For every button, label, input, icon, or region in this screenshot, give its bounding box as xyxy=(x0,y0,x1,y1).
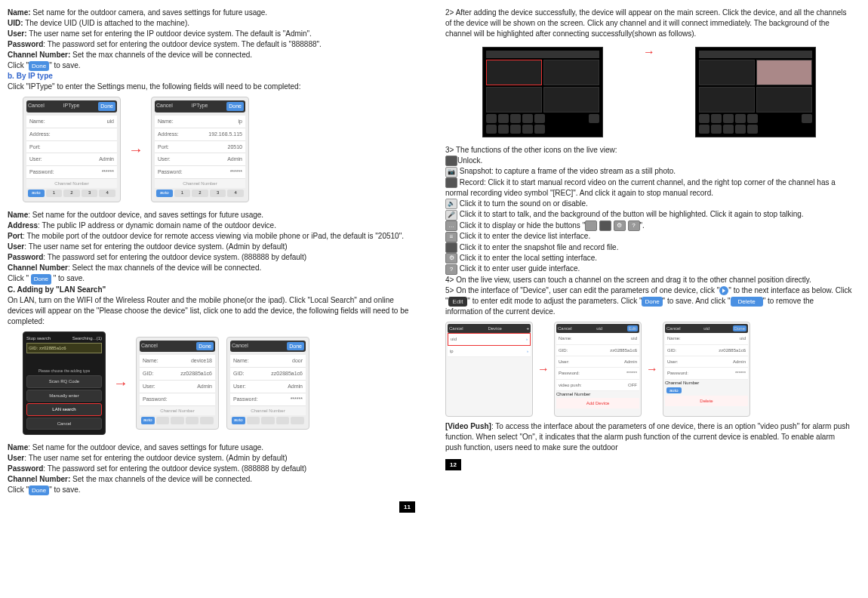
para-2: 2> After adding the device successfully,… xyxy=(445,8,853,39)
para-click-save: Click "Done" to save. xyxy=(8,60,415,71)
lan-screenshots: Stop searchSearching...(1) GID: zz02885a… xyxy=(23,331,415,435)
lan-panel-3: CancelDone Name:door GID:zz02885a1c6 Use… xyxy=(226,337,309,430)
para-user2: User: The user name set for entering the… xyxy=(8,242,415,252)
device-list-panel: CancelDevice+ uid› ip› xyxy=(445,322,533,417)
mic-icon: 🎤 xyxy=(445,210,457,220)
para-user: User: The user name set for entering the… xyxy=(8,29,415,39)
unlock-line: Unlock. xyxy=(445,156,853,166)
help-icon: ? xyxy=(445,264,457,275)
done-icon: Done xyxy=(31,274,51,284)
page-number-11: 11 xyxy=(399,501,415,513)
page-11: Name: Set name for the outdoor camera, a… xyxy=(8,8,415,513)
edit-icon: Edit xyxy=(448,297,468,307)
para-uid: UID: The device UID (UID is attached to … xyxy=(8,18,415,29)
para-channel: Channel Number: Set the max channels of … xyxy=(8,50,415,60)
list-icon xyxy=(585,220,597,231)
para-video-push: [Video Push]: To access the interface ab… xyxy=(445,421,853,453)
para-lan-intro: On LAN, turn on the WIFI of the Wireless… xyxy=(8,295,415,327)
para-channel3: Channel Number: Set the max channels of … xyxy=(8,474,415,485)
para-password2: Password: The password set for entering … xyxy=(8,252,415,263)
para-channel2: Channel Number: Select the max channels … xyxy=(8,263,415,273)
more-icon: … xyxy=(445,220,457,231)
para-click-save2: Click " Done " to save. xyxy=(8,273,415,284)
sound-icon: 🔈 xyxy=(445,199,457,209)
para-address: Address: The public IP address or dynami… xyxy=(8,220,415,231)
device-edit-panel: CanceluidDone Name:uid GID:zz02885a1c6 U… xyxy=(663,322,750,417)
page-12: 2> After adding the device successfully,… xyxy=(445,8,853,513)
lan-panel-2: CancelDone Name:device18 GID:zz02885a1c6… xyxy=(136,337,219,430)
list-line: ≡ Click it to enter the device list inte… xyxy=(445,231,853,242)
arrow-icon: → xyxy=(128,139,143,160)
list-icon: ≡ xyxy=(445,232,457,242)
gear-icon: ⚙ xyxy=(614,220,626,231)
lan-search-panel: Stop searchSearching...(1) GID: zz02885a… xyxy=(23,331,106,435)
heading-b-iptype: b. By IP type xyxy=(8,71,415,82)
iptype-panel-2: CancelIPTypeDone Name:ip Address:192.168… xyxy=(151,97,249,202)
folder-icon xyxy=(599,220,611,231)
record-icon xyxy=(445,177,457,188)
para-click-save3: Click "Done" to save. xyxy=(8,485,415,495)
arrow-icon: → xyxy=(113,372,128,393)
iptype-screenshots: CancelIPTypeDone Name:uid Address: Port:… xyxy=(23,97,415,202)
setting-line: ⚙ Click it to enter the local setting in… xyxy=(445,253,853,264)
display-line: … Click it to display or hide the button… xyxy=(445,220,853,231)
gear-icon: ⚙ xyxy=(445,253,457,264)
unlock-icon xyxy=(445,156,457,166)
snapshot-line: 📷 Snapshot: to capture a frame of the vi… xyxy=(445,166,853,177)
heading-c-lan: C. Adding by "LAN Search" xyxy=(8,285,415,295)
para-name3: Name: Set name for the outdoor device, a… xyxy=(8,442,415,453)
arrow-icon: → xyxy=(537,361,549,378)
record-line: Record: Click it to start manual record … xyxy=(445,177,853,199)
device-detail-panel: CanceluidEdit Name:uid GID:zz02885a1c6 U… xyxy=(554,322,642,417)
device-screenshots: CancelDevice+ uid› ip› → CanceluidEdit N… xyxy=(445,322,853,417)
iptype-panel-1: CancelIPTypeDone Name:uid Address: Port:… xyxy=(23,97,121,202)
para-3: 3> The functions of the other icons on t… xyxy=(445,145,853,156)
help-icon: ? xyxy=(628,220,640,231)
arrow-icon: → xyxy=(646,361,658,378)
page-number-12: 12 xyxy=(445,459,461,470)
camera-icon: 📷 xyxy=(445,167,457,177)
para-4: 4> On the live view, users can touch a c… xyxy=(445,275,853,285)
delete-icon: Delete xyxy=(731,297,763,307)
live-view-grid-1 xyxy=(482,47,603,137)
para-password3: Password: The password set for entering … xyxy=(8,464,415,474)
done-icon: Done xyxy=(29,61,49,71)
help-line: ? Click it to enter user guide interface… xyxy=(445,264,853,274)
done-icon: Done xyxy=(642,297,662,307)
para-5: 5> On the interface of "Device", user ca… xyxy=(445,285,853,317)
talk-line: 🎤 Click it to start to talk, and the bac… xyxy=(445,209,853,220)
sound-line: 🔈 Click it to turn the sound on or disab… xyxy=(445,199,853,209)
para-port: Port: The mobile port of the outdoor dev… xyxy=(8,231,415,242)
file-line: Click it to enter the snapshot file and … xyxy=(445,242,853,253)
para-password: Password: The password set for entering … xyxy=(8,39,415,50)
para-name: Name: Set name for the outdoor camera, a… xyxy=(8,8,415,18)
para-iptype-intro: Click "IPType" to enter the Settings men… xyxy=(8,82,415,92)
done-icon: Done xyxy=(29,485,49,495)
para-name2: Name: Set name for the outdoor device, a… xyxy=(8,210,415,220)
folder-icon xyxy=(445,242,457,253)
arrow-circle-icon xyxy=(719,286,728,295)
live-view-grid-2 xyxy=(695,47,816,137)
para-user3: User: The user name set for entering the… xyxy=(8,453,415,464)
arrow-icon: → xyxy=(643,44,655,60)
